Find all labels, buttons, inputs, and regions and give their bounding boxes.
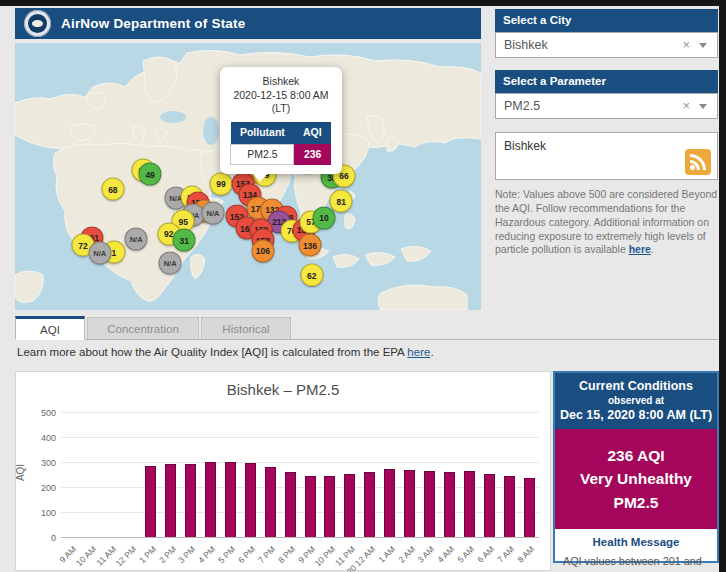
map-marker-orange[interactable]: 106	[251, 239, 274, 262]
y-tick-label: 0	[28, 533, 56, 543]
map-marker-yellow[interactable]: 68	[101, 178, 124, 201]
current-conditions-header: Current Conditions observed at Dec 15, 2…	[555, 373, 717, 429]
tab-concentration[interactable]: Concentration	[87, 317, 199, 339]
observed-datetime: Dec 15, 2020 8:00 AM (LT)	[558, 408, 714, 422]
popup-aqi-value: 236	[294, 144, 331, 165]
feed-city-text: Bishkek	[504, 139, 546, 153]
epa-here-link[interactable]: here	[407, 346, 430, 358]
chart-bar	[305, 476, 316, 537]
chart-plot-area	[61, 412, 539, 538]
chart-bar	[404, 470, 415, 537]
city-select[interactable]: Bishkek ×	[495, 32, 718, 58]
rss-icon[interactable]	[685, 149, 711, 175]
chart-title: Bishkek – PM2.5	[16, 381, 550, 398]
chart-tab-bar: AQIConcentrationHistorical	[15, 317, 718, 340]
chart-bar	[384, 469, 395, 537]
chart-bar	[185, 464, 196, 538]
tab-historical[interactable]: Historical	[201, 317, 291, 339]
popup-pollutant-value: PM2.5	[231, 144, 294, 165]
map-marker-yellow[interactable]: 62	[300, 264, 323, 287]
page-title: AirNow Department of State	[61, 16, 245, 31]
parameter-select-value: PM2.5	[504, 99, 540, 113]
chart-bar	[424, 471, 435, 537]
chart-bar	[364, 472, 375, 537]
right-black-edge	[719, 0, 726, 572]
learn-more-suffix: .	[430, 346, 433, 358]
chart-bar	[205, 462, 216, 537]
map-marker-orange[interactable]: 136	[298, 234, 321, 257]
chart-bar	[344, 474, 355, 537]
health-message-text: AQI values between 201 and 300 trigger a…	[563, 553, 709, 572]
city-caret-icon[interactable]	[699, 43, 707, 48]
popup-city: Bishkek	[225, 75, 337, 89]
map-marker-green[interactable]: 49	[139, 163, 162, 186]
y-tick-label: 300	[28, 458, 56, 468]
map-marker-gray[interactable]: N/A	[125, 227, 148, 250]
chart-bar	[225, 462, 236, 537]
city-clear-icon[interactable]: ×	[682, 33, 690, 57]
health-message-section: Health Message AQI values between 201 an…	[555, 529, 717, 572]
popup-datetime: 2020-12-15 8:00 AM	[225, 89, 337, 103]
parameter-clear-icon[interactable]: ×	[682, 94, 690, 118]
parameter-caret-icon[interactable]	[699, 104, 707, 109]
aqi-chart-panel: Bishkek – PM2.5 AQI 0100200300400500 9 A…	[15, 371, 551, 571]
note-here-link[interactable]: here	[629, 243, 651, 255]
popup-timezone: (LT)	[225, 102, 337, 116]
observed-at-label: observed at	[558, 395, 714, 406]
tab-aqi[interactable]: AQI	[15, 316, 85, 340]
y-tick-label: 200	[28, 483, 56, 493]
select-city-header: Select a City	[495, 9, 718, 32]
current-conditions-title: Current Conditions	[558, 379, 714, 393]
health-message-title: Health Message	[563, 536, 709, 548]
map-marker-gray[interactable]: N/A	[159, 252, 182, 275]
learn-more-text: Learn more about how the Air Quality Ind…	[17, 346, 434, 358]
top-black-edge	[0, 0, 726, 6]
map-marker-gray[interactable]: N/A	[88, 242, 111, 265]
current-aqi-category: Very Unhealthy	[558, 467, 714, 490]
chart-bar	[464, 471, 475, 537]
chart-bar	[265, 467, 276, 537]
world-aqi-map[interactable]: 84496899N/A80159162N/AN/A959231161721N/A…	[15, 43, 481, 310]
map-marker-green[interactable]: 31	[173, 229, 196, 252]
city-feed-box: Bishkek	[495, 132, 718, 180]
chart-bar	[484, 474, 495, 538]
city-select-value: Bishkek	[504, 38, 548, 52]
chart-bar	[285, 472, 296, 537]
chart-bar	[524, 478, 535, 537]
note-suffix: .	[651, 243, 654, 255]
current-aqi-block: 236 AQI Very Unhealthy PM2.5	[555, 429, 717, 529]
map-marker-gray[interactable]: N/A	[202, 202, 225, 225]
map-popup: Bishkek 2020-12-15 8:00 AM (LT) Pollutan…	[220, 67, 342, 174]
note-prefix: Note: Values above 500 are considered Be…	[495, 188, 717, 255]
chart-bar	[324, 476, 335, 537]
learn-more-prefix: Learn more about how the Air Quality Ind…	[17, 346, 407, 358]
popup-col-pollutant: Pollutant	[231, 122, 294, 144]
parameter-select[interactable]: PM2.5 ×	[495, 93, 718, 119]
map-marker-yellow[interactable]: 81	[330, 190, 353, 213]
y-tick-label: 400	[28, 433, 56, 443]
chart-bar	[504, 476, 515, 538]
app-header: AirNow Department of State	[15, 8, 481, 39]
popup-table: Pollutant AQI PM2.5 236	[230, 122, 331, 165]
current-conditions-panel: Current Conditions observed at Dec 15, 2…	[553, 371, 719, 563]
airnow-dos-page: AirNow Department of State	[0, 0, 726, 572]
chart-y-axis-label: AQI	[15, 464, 26, 481]
state-department-seal-icon	[24, 10, 51, 37]
chart-bar	[245, 463, 256, 537]
beyond-aqi-note: Note: Values above 500 are considered Be…	[495, 188, 718, 257]
map-marker-green[interactable]: 10	[312, 206, 335, 229]
y-tick-label: 500	[28, 408, 56, 418]
current-aqi-pollutant: PM2.5	[558, 491, 714, 514]
chart-bar	[165, 464, 176, 538]
chart-bar	[145, 466, 156, 537]
select-parameter-header: Select a Parameter	[495, 70, 718, 93]
current-aqi-value: 236 AQI	[558, 444, 714, 467]
y-tick-label: 100	[28, 508, 56, 518]
chart-bar	[444, 472, 455, 538]
popup-col-aqi: AQI	[294, 122, 331, 144]
map-marker-yellow[interactable]: 99	[209, 172, 232, 195]
